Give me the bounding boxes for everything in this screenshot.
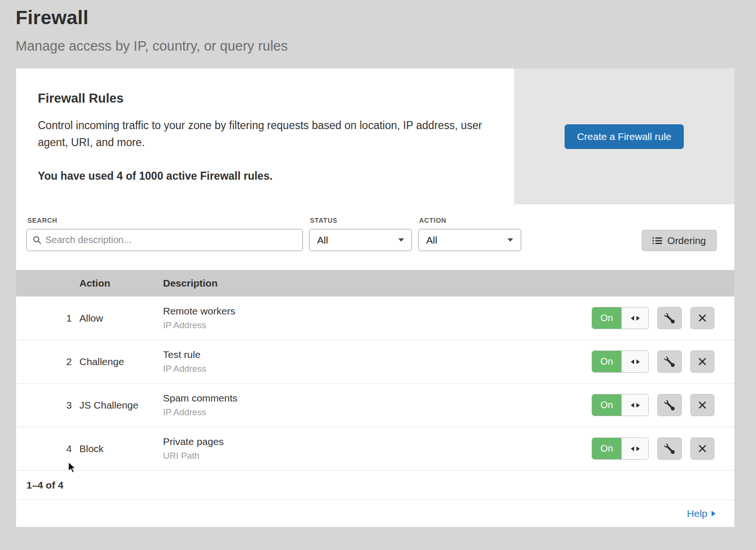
list-icon [653,237,662,244]
rules-usage-count: You have used 4 of 1000 active Firewall … [38,170,486,183]
rule-match-type: URI Path [163,451,592,461]
rule-action: Challenge [79,356,163,367]
chevron-right-icon [712,511,715,516]
rule-controls: On [592,307,734,329]
action-column-header: Action [79,278,163,289]
toggle-arrows-icon [621,394,648,416]
rule-description-cell: Remote workers IP Address [163,306,592,331]
table-header-row: Action Description [16,270,734,297]
rule-priority: 3 [16,400,79,411]
action-filter: ACTION All [418,217,521,251]
table-row: 2 Challenge Test rule IP Address On [16,340,734,384]
rule-action: Block [79,443,163,454]
rules-intro-text: Firewall Rules Control incoming traffic … [16,69,514,204]
rules-title: Firewall Rules [38,91,486,106]
delete-rule-button[interactable] [690,350,714,373]
filters-bar: SEARCH STATUS All ACTION [16,204,734,270]
rule-match-type: IP Address [163,320,592,331]
edit-rule-button[interactable] [657,437,681,460]
rule-description-cell: Private pages URI Path [163,436,592,461]
page-title: Firewall [16,7,756,29]
delete-rule-button[interactable] [690,307,714,329]
help-link-label: Help [687,508,707,519]
pagination-row: 1–4 of 4 [16,471,734,500]
chevron-down-icon [398,238,404,242]
toggle-arrows-icon [621,351,648,372]
toggle-arrows-icon [621,438,648,459]
rule-controls: On [592,437,734,460]
edit-rule-button[interactable] [657,350,681,373]
action-select[interactable]: All [418,229,521,251]
delete-rule-button[interactable] [690,437,714,460]
table-row: 4 Block Private pages URI Path On [16,427,734,471]
table-row: 1 Allow Remote workers IP Address On [16,297,734,340]
rule-description: Private pages [163,436,592,447]
rule-priority: 4 [16,443,79,454]
search-icon [33,236,42,244]
rule-priority: 2 [16,356,79,367]
chevron-down-icon [507,238,513,242]
action-label: ACTION [419,217,521,224]
table-row: 3 JS Challenge Spam comments IP Address … [16,384,734,427]
rule-description: Remote workers [163,306,592,317]
rule-enabled-toggle[interactable]: On [592,307,649,329]
edit-rule-button[interactable] [657,307,681,329]
toggle-arrows-icon [621,307,648,329]
firewall-rules-card: Firewall Rules Control incoming traffic … [16,68,735,527]
search-filter: SEARCH [26,217,303,251]
close-icon [698,445,706,453]
page-subtitle: Manage access by IP, country, or query r… [16,38,756,54]
create-firewall-rule-button[interactable]: Create a Firewall rule [565,124,684,149]
toggle-on-label: On [592,394,621,416]
toggle-on-label: On [592,351,621,372]
search-input[interactable] [45,235,297,245]
status-selected-value: All [317,235,328,246]
rule-match-type: IP Address [163,407,592,418]
rule-enabled-toggle[interactable]: On [592,394,649,416]
ordering-button-label: Ordering [667,235,706,246]
rule-enabled-toggle[interactable]: On [592,437,649,460]
rule-description-cell: Spam comments IP Address [163,393,592,418]
status-label: STATUS [310,217,412,224]
status-filter: STATUS All [309,217,412,251]
pagination-summary: 1–4 of 4 [26,480,63,491]
search-input-wrapper [26,229,303,251]
close-icon [698,401,706,409]
close-icon [698,358,706,366]
rule-controls: On [592,350,734,373]
wrench-icon [664,357,675,367]
page-header: Firewall Manage access by IP, country, o… [16,7,756,54]
status-select[interactable]: All [309,229,412,251]
wrench-icon [664,313,675,323]
help-link[interactable]: Help [687,508,715,519]
rule-action: JS Challenge [79,400,163,411]
search-label: SEARCH [27,217,303,224]
description-column-header: Description [163,278,592,289]
rule-description-cell: Test rule IP Address [163,349,592,374]
create-rule-panel: Create a Firewall rule [514,69,734,204]
rule-priority: 1 [16,313,79,324]
wrench-icon [664,444,675,454]
close-icon [698,314,706,322]
delete-rule-button[interactable] [690,394,714,416]
rules-description: Control incoming traffic to your zone by… [38,117,486,151]
toggle-on-label: On [592,307,621,329]
rule-action: Allow [79,313,163,324]
toggle-on-label: On [592,438,621,459]
edit-rule-button[interactable] [657,394,681,416]
wrench-icon [664,400,675,410]
rule-description: Spam comments [163,393,592,404]
rules-table: Action Description 1 Allow Remote worker… [16,270,734,471]
action-selected-value: All [426,235,437,246]
help-row: Help [16,500,734,527]
rules-intro-section: Firewall Rules Control incoming traffic … [16,69,734,204]
rule-description: Test rule [163,349,592,360]
rule-enabled-toggle[interactable]: On [592,350,649,373]
rule-match-type: IP Address [163,364,592,374]
rule-controls: On [592,394,734,416]
firewall-page: Firewall Manage access by IP, country, o… [0,0,756,527]
ordering-button[interactable]: Ordering [642,230,717,251]
